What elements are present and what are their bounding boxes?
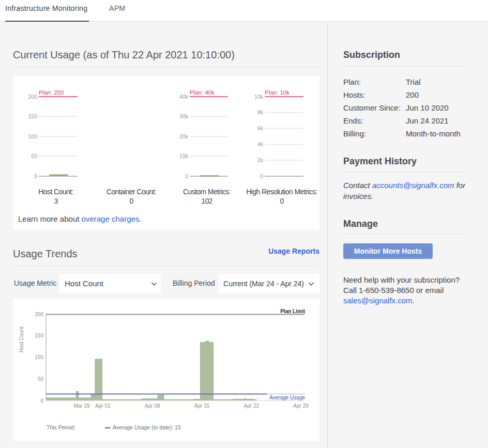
usage-trend-chart: Plan LimitAverage Usage200150100500Host … <box>13 299 319 443</box>
svg-text:Plan Limit: Plan Limit <box>280 308 305 314</box>
stat-label: Custom Metrics: <box>169 188 245 196</box>
high-resolution-metrics-sparkline-chart: 10k8k6k4k2k0Plan: 10k <box>13 76 319 187</box>
svg-text:200: 200 <box>35 312 43 317</box>
stat-value: 3 <box>18 197 94 206</box>
current-usage-title: Current Usage (as of Thu 22 Apr 2021 10:… <box>13 49 235 61</box>
svg-text:Plan: 10k: Plan: 10k <box>265 89 289 96</box>
stat-host-count: Host Count: 3 <box>18 188 94 206</box>
overage-charges-link[interactable]: overage charges <box>82 214 140 223</box>
usage-metric-value: Host Count <box>65 274 103 293</box>
svg-text:2k: 2k <box>257 157 264 163</box>
billing-period-label: Billing Period <box>173 279 215 287</box>
subscription-row-value: Jun 24 2021 <box>406 116 449 125</box>
divider <box>13 67 322 67</box>
tab-bar: Infrastructure Monitoring APM <box>0 0 488 22</box>
svg-text:Apr 08: Apr 08 <box>145 403 160 409</box>
svg-text:10k: 10k <box>254 94 264 100</box>
tab-label: APM <box>109 4 125 12</box>
usage-trend-card: Plan LimitAverage Usage200150100500Host … <box>13 299 319 441</box>
payment-history-title: Payment History <box>343 156 417 167</box>
stat-value: 0 <box>244 197 319 206</box>
subscription-row-label: Plan: <box>343 78 406 86</box>
stat-label: High Resolution Metrics: <box>244 188 319 196</box>
billing-period-select[interactable]: Current (Mar 24 - Apr 24) <box>218 274 319 293</box>
subscription-row-value: Jun 10 2020 <box>406 103 449 112</box>
usage-page: Infrastructure Monitoring APM Current Us… <box>0 0 488 448</box>
learn-more-text: Learn more about overage charges. <box>18 214 142 223</box>
svg-text:50: 50 <box>38 376 44 382</box>
svg-text:150: 150 <box>35 333 43 338</box>
svg-text:8k: 8k <box>257 109 264 115</box>
divider <box>343 172 465 173</box>
svg-text:Mar 29: Mar 29 <box>73 403 90 409</box>
svg-text:Average Usage: Average Usage <box>269 395 305 400</box>
svg-text:Host Count: Host Count <box>19 327 24 352</box>
accounts-email-link[interactable]: accounts@signalfx.com <box>372 181 454 190</box>
subscription-row: Customer Since:Jun 10 2020 <box>343 101 465 114</box>
divider <box>13 266 319 266</box>
svg-text:0: 0 <box>260 173 263 179</box>
subscription-row: Billing:Month-to-month <box>343 127 465 140</box>
stat-value: 0 <box>94 197 169 206</box>
tab-apm[interactable]: APM <box>109 0 125 22</box>
subscription-row: Ends:Jun 24 2021 <box>343 114 465 127</box>
stat-high-resolution-metrics: High Resolution Metrics: 0 <box>244 188 319 206</box>
subscription-row-label: Ends: <box>343 116 406 125</box>
subscription-table: Plan:TrialHosts:200Customer Since:Jun 10… <box>343 75 465 140</box>
subscription-title: Subscription <box>343 50 400 60</box>
subscription-row-label: Billing: <box>343 129 406 138</box>
subscription-row: Hosts:200 <box>343 88 465 101</box>
tab-infrastructure-monitoring[interactable]: Infrastructure Monitoring <box>5 0 89 22</box>
divider <box>343 234 465 234</box>
tab-label: Infrastructure Monitoring <box>5 4 87 12</box>
chevron-down-icon <box>151 281 157 287</box>
learn-more-suffix: . <box>139 214 141 223</box>
stat-container-count: Container Count: 0 <box>94 188 169 206</box>
svg-text:4k: 4k <box>257 141 264 147</box>
subscription-row-value: Month-to-month <box>406 129 461 138</box>
help-text: Need help with your subscription? Call 1… <box>343 275 472 306</box>
sales-email-link[interactable]: sales@signalfx.com <box>343 296 413 305</box>
chevron-down-icon <box>308 281 314 287</box>
stat-label: Container Count: <box>94 188 169 196</box>
usage-reports-link[interactable]: Usage Reports <box>268 247 319 255</box>
svg-text:This Period:: This Period: <box>47 424 75 430</box>
usage-metric-select[interactable]: Host Count <box>59 274 161 293</box>
help-suffix: . <box>413 296 415 305</box>
help-line2: Call 1-650-539-8650 or email <box>343 286 444 295</box>
svg-text:Apr 01: Apr 01 <box>95 403 111 409</box>
subscription-row: Plan:Trial <box>343 75 465 88</box>
monitor-more-hosts-button[interactable]: Monitor More Hosts <box>343 243 433 259</box>
svg-text:0: 0 <box>40 398 43 404</box>
svg-text:Apr 29: Apr 29 <box>293 403 309 409</box>
payment-contact-text: Contact accounts@signalfx.com for invoic… <box>343 180 467 202</box>
subscription-row-label: Hosts: <box>343 90 406 99</box>
help-line1: Need help with your subscription? <box>343 275 460 284</box>
billing-period-value: Current (Mar 24 - Apr 24) <box>223 274 304 293</box>
svg-text:Apr 15: Apr 15 <box>194 403 210 409</box>
stat-value: 102 <box>169 197 245 206</box>
svg-text:100: 100 <box>35 354 43 360</box>
learn-more-prefix: Learn more about <box>18 214 82 223</box>
subscription-row-value: 200 <box>406 90 419 99</box>
svg-text:6k: 6k <box>257 125 264 131</box>
manage-title: Manage <box>343 219 378 229</box>
divider <box>343 66 465 67</box>
svg-text:Average Usage (to date): 15: Average Usage (to date): 15 <box>113 424 181 430</box>
stat-custom-metrics: Custom Metrics: 102 <box>169 188 245 206</box>
current-usage-card: 200150100500Plan: 200 40k30k20k10k0Plan:… <box>13 76 319 230</box>
vertical-divider <box>327 22 328 448</box>
stat-label: Host Count: <box>18 188 94 196</box>
contact-prefix: Contact <box>343 181 372 190</box>
usage-metric-label: Usage Metric <box>14 279 56 287</box>
subscription-row-label: Customer Since: <box>343 103 406 112</box>
subscription-row-value: Trial <box>406 78 421 86</box>
svg-text:Apr 22: Apr 22 <box>244 403 260 409</box>
usage-trends-title: Usage Trends <box>13 248 78 260</box>
